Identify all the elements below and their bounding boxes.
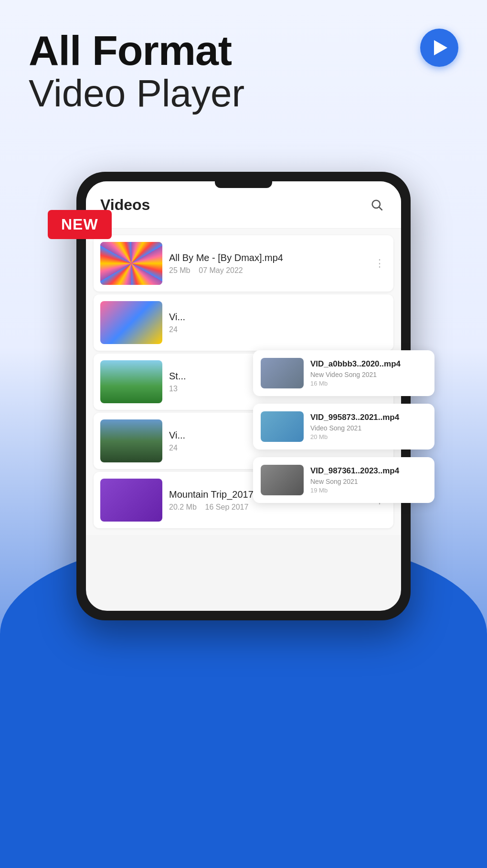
float-thumbnail xyxy=(261,465,304,495)
float-info: VID_a0bbb3..2020..mp4 New Video Song 202… xyxy=(310,359,427,387)
video-thumbnail xyxy=(100,301,162,344)
floating-card[interactable]: VID_987361..2023..mp4 New Song 2021 19 M… xyxy=(253,457,434,503)
floating-card[interactable]: VID_995873..2021..mp4 Video Song 2021 20… xyxy=(253,404,434,450)
new-badge: NEW xyxy=(48,210,112,239)
video-info: Vi... 24 xyxy=(169,312,387,334)
float-info: VID_995873..2021..mp4 Video Song 2021 20… xyxy=(310,413,427,440)
video-meta: 24 xyxy=(169,325,387,334)
float-info: VID_987361..2023..mp4 New Song 2021 19 M… xyxy=(310,466,427,494)
float-size: 20 Mb xyxy=(310,433,427,440)
phone-notch xyxy=(215,181,272,188)
phone-container: NEW Videos All By Me xyxy=(62,172,425,620)
video-item[interactable]: All By Me - [By Dmax].mp4 25 Mb 07 May 2… xyxy=(94,235,393,292)
video-date: 07 May 2022 xyxy=(199,266,243,274)
video-item[interactable]: Vi... 24 xyxy=(94,294,393,351)
more-icon[interactable]: ⋮ xyxy=(372,255,387,272)
video-date: 16 Sep 2017 xyxy=(205,503,249,511)
play-icon xyxy=(434,40,447,55)
video-thumbnail xyxy=(100,242,162,285)
title-normal: Video Player xyxy=(29,73,463,115)
svg-line-1 xyxy=(379,207,382,210)
search-icon[interactable] xyxy=(367,195,387,215)
video-size: 20.2 Mb xyxy=(169,503,197,511)
title-bold: All Format xyxy=(29,29,463,73)
video-name: All By Me - [By Dmax].mp4 xyxy=(169,252,366,263)
float-name: VID_987361..2023..mp4 xyxy=(310,466,427,476)
play-icon-button[interactable] xyxy=(420,29,458,67)
video-meta: 20.2 Mb 16 Sep 2017 xyxy=(169,503,366,512)
float-name: VID_a0bbb3..2020..mp4 xyxy=(310,359,427,369)
floating-card[interactable]: VID_a0bbb3..2020..mp4 New Video Song 202… xyxy=(253,350,434,396)
float-thumbnail xyxy=(261,411,304,442)
float-subtitle: New Video Song 2021 xyxy=(310,371,427,378)
video-thumbnail xyxy=(100,419,162,462)
video-meta: 25 Mb 07 May 2022 xyxy=(169,266,366,275)
svg-point-0 xyxy=(372,200,380,208)
videos-header: Videos xyxy=(86,181,401,229)
float-size: 16 Mb xyxy=(310,380,427,387)
header: All Format Video Player xyxy=(0,0,487,124)
video-size: 25 Mb xyxy=(169,266,190,274)
float-name: VID_995873..2021..mp4 xyxy=(310,413,427,422)
video-name: Vi... xyxy=(169,312,387,323)
float-size: 19 Mb xyxy=(310,487,427,494)
float-thumbnail xyxy=(261,358,304,388)
video-thumbnail xyxy=(100,360,162,403)
video-info: All By Me - [By Dmax].mp4 25 Mb 07 May 2… xyxy=(169,252,366,275)
float-subtitle: New Song 2021 xyxy=(310,478,427,485)
floating-cards: VID_a0bbb3..2020..mp4 New Video Song 202… xyxy=(253,350,434,503)
video-thumbnail xyxy=(100,479,162,522)
float-subtitle: Video Song 2021 xyxy=(310,424,427,432)
